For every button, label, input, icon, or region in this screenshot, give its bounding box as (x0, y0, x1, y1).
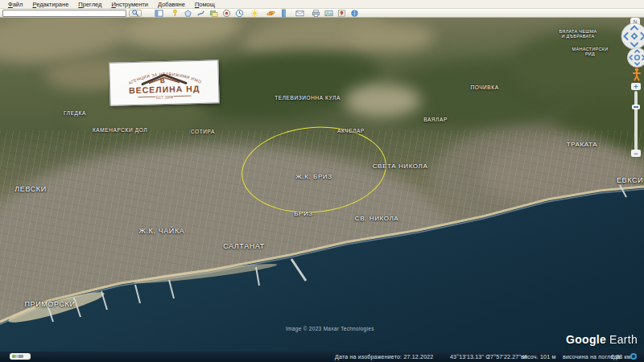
map-label: ВАЯЛАР (423, 117, 448, 122)
map-label: СОТИРА (191, 129, 215, 134)
map-label: БРИЗ (294, 210, 313, 217)
search-icon (131, 9, 139, 17)
map-label: ЛЕВСКИ (14, 185, 46, 193)
map-label: ТЕЛЕВИЗИОННА КУЛА (275, 95, 341, 101)
planets-icon (266, 9, 275, 18)
add-polygon-button[interactable] (182, 9, 194, 17)
email-icon (295, 9, 304, 18)
historical-imagery-button[interactable] (233, 9, 246, 17)
latitude: 43°13'13.13" С (450, 354, 490, 360)
map-label: ТРАКАТА (567, 141, 598, 148)
map-label: САЛТАНАТ (223, 242, 265, 250)
add-placemark-icon (171, 9, 180, 18)
streaming-indicator-icon (630, 353, 637, 360)
svg-text:В: В (160, 77, 165, 84)
add-polygon-icon (184, 9, 192, 18)
imagery-date: Дата на изображението: 27.12.2022 (335, 354, 433, 360)
imagery-credit: Image © 2023 Maxar Technologies (286, 326, 374, 331)
view-in-google-maps-icon (337, 9, 346, 18)
status-bar: Дата на изображението: 27.12.2022 43°13'… (0, 352, 644, 362)
zoom-out-button[interactable]: − (631, 150, 641, 157)
pegman-icon[interactable] (632, 68, 642, 81)
print-icon (312, 9, 320, 18)
ruler-icon (279, 9, 288, 18)
map-label: ПОЧИВКА (470, 84, 498, 90)
earth-globe-icon (350, 9, 359, 18)
view-in-google-maps-button[interactable] (336, 9, 348, 17)
add-image-overlay-icon (209, 9, 218, 18)
zoom-track[interactable] (634, 91, 638, 150)
email-button[interactable] (294, 9, 306, 17)
elevation-label: височ. (521, 354, 539, 360)
search-input[interactable] (2, 10, 126, 17)
map-view[interactable]: БЯЛАТА ЧЕШМА И ДЪБРАВАТАМАНАСТИРСКИ РИДП… (0, 18, 644, 352)
historical-imagery-icon (235, 9, 244, 18)
google-logo: Google (566, 333, 606, 346)
map-label: БЯЛАТА ЧЕШМА И ДЪБРАВАТА (557, 29, 599, 39)
eye-altitude-value: 2.88 км (611, 354, 631, 360)
move-joystick[interactable] (627, 47, 644, 68)
veselina-nd-logo: АГЕНЦИЯ ЗА НЕДВИЖИМИ ИМОТИ В ВЕСЕЛИНА НД… (113, 63, 215, 102)
svg-text:ЕСТ. 2008: ЕСТ. 2008 (156, 95, 173, 100)
record-tour-icon (222, 9, 231, 18)
planets-button[interactable] (265, 9, 277, 17)
map-label: АКЧЕЛАР (337, 128, 365, 134)
map-label: КАМЕНАРСКИ ДОЛ (93, 127, 147, 133)
logo-overlay: АГЕНЦИЯ ЗА НЕДВИЖИМИ ИМОТИ В ВЕСЕЛИНА НД… (109, 60, 219, 106)
menu-item[interactable]: Помощ (190, 1, 220, 8)
sunlight-button[interactable] (249, 9, 261, 17)
look-joystick[interactable] (621, 23, 644, 50)
save-image-icon (324, 9, 333, 18)
zoom-slider[interactable]: + − (631, 83, 641, 157)
menu-bar: ФайлРедактиранеПрегледИнструментиДобавян… (0, 0, 644, 9)
map-label: ПРИМОРСКИ (25, 300, 76, 308)
zoom-thumb[interactable] (632, 105, 640, 109)
map-label: Ж.К. БРИЗ (295, 173, 332, 180)
menu-item[interactable]: Добавяне (153, 1, 190, 8)
navigation-controls: N (607, 18, 644, 179)
earth-globe-button[interactable] (349, 9, 361, 17)
add-path-button[interactable] (195, 9, 207, 17)
print-button[interactable] (310, 9, 322, 17)
google-earth-watermark: GoogleEarth (566, 333, 638, 346)
sunlight-icon (250, 9, 259, 18)
hide-sidebar-button[interactable] (153, 9, 165, 17)
google-earth-window: ФайлРедактиранеПрегледИнструментиДобавян… (0, 0, 644, 362)
hide-sidebar-icon (155, 9, 163, 18)
ruler-button[interactable] (278, 9, 290, 17)
menu-item[interactable]: Преглед (73, 1, 106, 8)
record-tour-button[interactable] (221, 9, 233, 17)
search-button[interactable] (129, 10, 142, 17)
toolbar (0, 9, 644, 18)
map-label: Ж.К. ЧАЙКА (139, 227, 185, 235)
svg-text:ВЕСЕЛИНА НД: ВЕСЕЛИНА НД (129, 84, 200, 95)
map-label: МАНАСТИРСКИ РИД (569, 47, 611, 57)
elevation-value: 101 м (540, 354, 555, 360)
tool-buttons (153, 9, 361, 17)
add-image-overlay-button[interactable] (208, 9, 220, 17)
map-label: ГЛЕДКА (64, 110, 86, 116)
add-path-icon (196, 9, 205, 18)
zoom-in-button[interactable]: + (631, 83, 641, 90)
menu-item[interactable]: Инструменти (106, 1, 153, 8)
save-image-button[interactable] (323, 9, 335, 17)
menu-item[interactable]: Редактиране (27, 1, 73, 8)
map-label: СВЕТА НИКОЛА (373, 162, 428, 170)
map-label: СВ. НИКОЛА (355, 215, 398, 222)
add-placemark-button[interactable] (169, 9, 181, 17)
tour-guide-button[interactable] (10, 353, 31, 360)
menu-item[interactable]: Файл (3, 1, 27, 8)
